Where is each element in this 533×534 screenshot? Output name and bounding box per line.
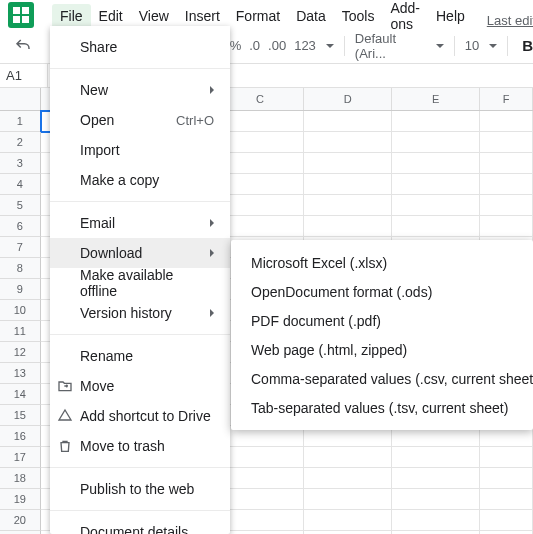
file-move-to-trash[interactable]: Move to trash (50, 431, 230, 461)
cell[interactable] (392, 111, 480, 132)
cell[interactable] (304, 216, 392, 237)
download-tsv[interactable]: Tab-separated values (.tsv, current shee… (231, 393, 533, 422)
bold-button[interactable]: B (522, 37, 533, 54)
row-header[interactable]: 2 (0, 132, 41, 153)
col-header[interactable]: F (480, 88, 533, 110)
col-header[interactable]: D (304, 88, 392, 110)
file-version-history[interactable]: Version history (50, 298, 230, 328)
row-header[interactable]: 17 (0, 447, 41, 468)
menu-edit[interactable]: Edit (91, 4, 131, 28)
cell[interactable] (392, 510, 480, 531)
row-header[interactable]: 13 (0, 363, 41, 384)
percent-format-button[interactable]: % (230, 38, 242, 53)
cell[interactable] (480, 447, 533, 468)
cell[interactable] (392, 468, 480, 489)
cell[interactable] (304, 447, 392, 468)
name-box[interactable]: A1 (0, 64, 48, 87)
menu-data[interactable]: Data (288, 4, 334, 28)
cell[interactable] (392, 447, 480, 468)
cell[interactable] (392, 132, 480, 153)
row-header[interactable]: 15 (0, 405, 41, 426)
download-csv[interactable]: Comma-separated values (.csv, current sh… (231, 364, 533, 393)
cell[interactable] (392, 195, 480, 216)
download-ods[interactable]: OpenDocument format (.ods) (231, 277, 533, 306)
font-family-label: Default (Ari... (355, 31, 426, 61)
row-header[interactable]: 11 (0, 321, 41, 342)
font-size-dropdown[interactable]: 10 (465, 38, 497, 53)
row-header[interactable]: 7 (0, 237, 41, 258)
cell[interactable] (480, 132, 533, 153)
cell[interactable] (392, 216, 480, 237)
menu-help[interactable]: Help (428, 4, 473, 28)
row-header[interactable]: 6 (0, 216, 41, 237)
file-email[interactable]: Email (50, 208, 230, 238)
row-header[interactable]: 16 (0, 426, 41, 447)
last-edit-link[interactable]: Last edit was s (487, 13, 533, 28)
cell[interactable] (304, 468, 392, 489)
menu-view[interactable]: View (131, 4, 177, 28)
row-header[interactable]: 18 (0, 468, 41, 489)
cell[interactable] (304, 132, 392, 153)
cell[interactable] (304, 111, 392, 132)
cell[interactable] (392, 174, 480, 195)
menu-separator (50, 201, 230, 202)
menu-insert[interactable]: Insert (177, 4, 228, 28)
menu-item-label: Email (80, 215, 115, 231)
increase-decimal-button[interactable]: .00 (268, 38, 286, 53)
row-header[interactable]: 10 (0, 300, 41, 321)
cell[interactable] (480, 216, 533, 237)
row-header[interactable]: 5 (0, 195, 41, 216)
cell[interactable] (480, 468, 533, 489)
menu-item-label: Add shortcut to Drive (80, 408, 211, 424)
file-make-a-copy[interactable]: Make a copy (50, 165, 230, 195)
cell[interactable] (304, 174, 392, 195)
file-open[interactable]: OpenCtrl+O (50, 105, 230, 135)
file-new[interactable]: New (50, 75, 230, 105)
file-add-shortcut[interactable]: Add shortcut to Drive (50, 401, 230, 431)
decrease-decimal-button[interactable]: .0 (249, 38, 260, 53)
file-import[interactable]: Import (50, 135, 230, 165)
cell[interactable] (480, 489, 533, 510)
row-header[interactable]: 20 (0, 510, 41, 531)
undo-button[interactable] (12, 34, 35, 58)
cell[interactable] (304, 489, 392, 510)
cell[interactable] (304, 153, 392, 174)
file-download[interactable]: Download (50, 238, 230, 268)
select-all-corner[interactable] (0, 88, 41, 110)
row-header[interactable]: 9 (0, 279, 41, 300)
cell[interactable] (392, 153, 480, 174)
row-header[interactable]: 1 (0, 111, 41, 132)
row-header[interactable]: 4 (0, 174, 41, 195)
menu-format[interactable]: Format (228, 4, 288, 28)
row-header[interactable]: 14 (0, 384, 41, 405)
menu-file[interactable]: File (52, 4, 91, 28)
row-header[interactable]: 8 (0, 258, 41, 279)
menu-item-label: Import (80, 142, 120, 158)
cell[interactable] (304, 510, 392, 531)
download-pdf[interactable]: PDF document (.pdf) (231, 306, 533, 335)
file-move[interactable]: Move (50, 371, 230, 401)
file-make-available-offline[interactable]: Make available offline (50, 268, 230, 298)
row-header[interactable]: 19 (0, 489, 41, 510)
menu-tools[interactable]: Tools (334, 4, 383, 28)
cell[interactable] (480, 174, 533, 195)
cell[interactable] (304, 195, 392, 216)
font-family-dropdown[interactable]: Default (Ari... (355, 31, 444, 61)
menu-item-label: Move (80, 378, 114, 394)
number-format-dropdown[interactable]: 123 (294, 38, 334, 53)
cell[interactable] (392, 489, 480, 510)
file-share[interactable]: Share (50, 32, 230, 62)
file-rename[interactable]: Rename (50, 341, 230, 371)
cell[interactable] (480, 195, 533, 216)
cell[interactable] (480, 111, 533, 132)
menu-shortcut: Ctrl+O (176, 113, 214, 128)
download-xlsx[interactable]: Microsoft Excel (.xlsx) (231, 248, 533, 277)
cell[interactable] (480, 510, 533, 531)
row-header[interactable]: 3 (0, 153, 41, 174)
download-html[interactable]: Web page (.html, zipped) (231, 335, 533, 364)
row-header[interactable]: 12 (0, 342, 41, 363)
col-header[interactable]: E (392, 88, 480, 110)
cell[interactable] (480, 153, 533, 174)
file-document-details[interactable]: Document details (50, 517, 230, 534)
file-publish-to-web[interactable]: Publish to the web (50, 474, 230, 504)
